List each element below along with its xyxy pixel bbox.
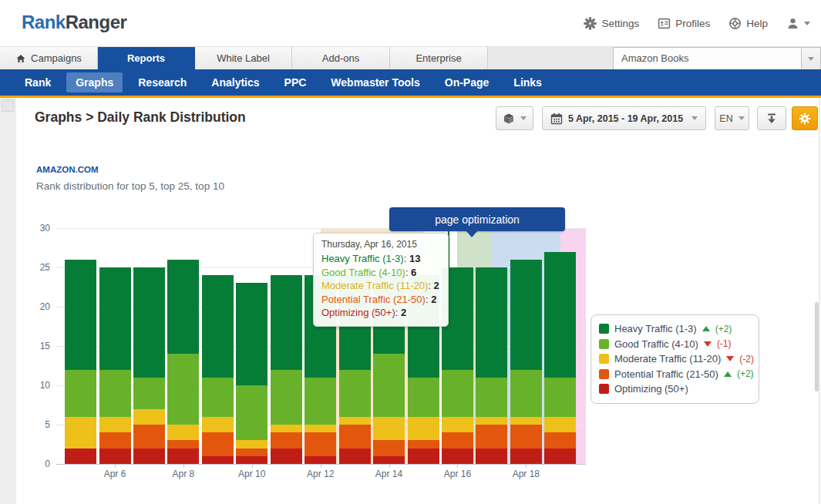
subnav-item-analytics[interactable]: Analytics [202, 72, 268, 92]
bar-apr-19-good[interactable] [544, 378, 576, 417]
annotation-callout[interactable]: page optimization [389, 207, 565, 231]
bar-apr-10-potential[interactable] [236, 449, 267, 456]
bar-apr-9-good[interactable] [202, 378, 234, 417]
bar-apr-12-optimizing[interactable] [305, 456, 336, 464]
subnav-item-graphs[interactable]: Graphs [66, 72, 123, 92]
bar-apr-19-heavy[interactable] [544, 252, 576, 378]
bar-apr-6-moderate[interactable] [99, 417, 131, 432]
subnav-item-ppc[interactable]: PPC [275, 72, 316, 92]
topmenu-profiles[interactable]: Profiles [658, 17, 710, 30]
subnav-item-on-page[interactable]: On-Page [436, 72, 499, 92]
bar-apr-10-heavy[interactable] [236, 283, 267, 385]
bar-apr-10-optimizing[interactable] [236, 456, 267, 464]
bar-apr-14-good[interactable] [373, 354, 405, 417]
tab-reports[interactable]: Reports [98, 47, 195, 70]
bar-apr-17-heavy[interactable] [476, 267, 507, 378]
bar-apr-15-moderate[interactable] [408, 417, 439, 441]
bar-apr-17-optimizing[interactable] [476, 449, 507, 464]
subnav-item-rank[interactable]: Rank [15, 72, 60, 92]
campaign-select[interactable]: Amazon Books [613, 47, 802, 70]
bar-apr-18-potential[interactable] [510, 425, 542, 449]
subnav-item-links[interactable]: Links [504, 72, 551, 92]
bar-apr-16-moderate[interactable] [442, 417, 473, 432]
bar-apr-16-optimizing[interactable] [442, 449, 473, 464]
bar-apr-11-potential[interactable] [271, 432, 302, 448]
bar-apr-6-potential[interactable] [99, 432, 131, 448]
tab-add-ons[interactable]: Add-ons [292, 47, 390, 70]
legend-item-optimizing[interactable]: Optimizing (50+) [599, 381, 751, 397]
gutter-toggle[interactable] [2, 99, 14, 112]
chart-settings-button[interactable] [792, 106, 818, 130]
bar-apr-8-optimizing[interactable] [167, 449, 199, 464]
legend-item-potential[interactable]: Potential Traffic (21-50)(+2) [599, 367, 751, 382]
bar-apr-17-good[interactable] [476, 378, 507, 417]
bar-apr-7-moderate[interactable] [133, 409, 165, 425]
bar-apr-5-optimizing[interactable] [65, 449, 96, 464]
bar-apr-16-good[interactable] [442, 370, 473, 417]
bar-apr-18-optimizing[interactable] [510, 449, 542, 464]
topmenu-help[interactable]: Help [728, 17, 768, 30]
bar-apr-18-heavy[interactable] [510, 260, 542, 370]
bar-apr-11-optimizing[interactable] [271, 449, 302, 464]
bar-apr-12-good[interactable] [305, 378, 336, 425]
bar-apr-13-moderate[interactable] [339, 417, 371, 425]
tab-enterprise[interactable]: Enterprise [390, 47, 488, 70]
bar-apr-5-moderate[interactable] [65, 417, 96, 449]
bar-apr-15-good[interactable] [408, 378, 439, 417]
tab-campaigns[interactable]: Campaigns [0, 47, 98, 70]
bar-apr-17-potential[interactable] [476, 425, 507, 449]
bar-apr-15-optimizing[interactable] [408, 449, 439, 464]
bar-apr-10-moderate[interactable] [236, 440, 267, 448]
bar-apr-5-heavy[interactable] [65, 260, 96, 370]
bar-apr-17-moderate[interactable] [476, 417, 507, 425]
tab-white-label[interactable]: White Label [195, 47, 292, 70]
bar-apr-9-optimizing[interactable] [202, 456, 234, 464]
bar-apr-16-potential[interactable] [442, 432, 473, 448]
scrollbar-thumb[interactable] [815, 302, 819, 391]
bar-apr-13-optimizing[interactable] [339, 449, 371, 464]
bar-apr-19-optimizing[interactable] [544, 449, 576, 464]
campaign-label[interactable]: AMAZON.COM [36, 165, 99, 174]
bar-apr-8-good[interactable] [167, 354, 199, 425]
bar-apr-7-optimizing[interactable] [133, 449, 165, 464]
bar-apr-6-heavy[interactable] [99, 267, 131, 370]
bar-apr-8-potential[interactable] [167, 440, 199, 448]
topmenu-settings[interactable]: Settings [584, 17, 639, 30]
bar-apr-7-potential[interactable] [133, 425, 165, 449]
download-button[interactable] [757, 106, 786, 130]
date-range-picker[interactable]: 5 Apr, 2015 - 19 Apr, 2015 [542, 106, 706, 130]
bar-apr-11-heavy[interactable] [271, 275, 302, 369]
bar-apr-11-good[interactable] [271, 370, 302, 425]
bar-apr-18-moderate[interactable] [510, 417, 542, 425]
bar-apr-7-good[interactable] [133, 378, 165, 409]
bar-apr-13-potential[interactable] [339, 425, 371, 449]
report-type-button[interactable] [496, 106, 533, 130]
bar-apr-14-optimizing[interactable] [373, 456, 405, 464]
legend-item-good[interactable]: Good Traffic (4-10)(-1) [599, 337, 751, 352]
bar-apr-5-good[interactable] [65, 370, 96, 417]
subnav-item-research[interactable]: Research [129, 72, 196, 92]
bar-apr-11-moderate[interactable] [271, 425, 302, 432]
topmenu-user[interactable] [786, 17, 810, 30]
bar-apr-8-moderate[interactable] [167, 425, 199, 440]
subnav-item-webmaster-tools[interactable]: Webmaster Tools [321, 72, 429, 92]
bar-apr-7-heavy[interactable] [133, 267, 165, 378]
bar-apr-13-good[interactable] [339, 370, 371, 417]
rankranger-logo[interactable]: RankRanger [22, 12, 126, 33]
bar-apr-15-potential[interactable] [408, 440, 439, 448]
campaign-select-arrow[interactable] [802, 47, 821, 70]
bar-apr-6-good[interactable] [99, 370, 131, 417]
bar-apr-9-moderate[interactable] [202, 417, 234, 432]
bar-apr-19-moderate[interactable] [544, 417, 576, 432]
bar-apr-8-heavy[interactable] [167, 260, 199, 354]
bar-apr-10-good[interactable] [236, 385, 267, 440]
legend-item-heavy[interactable]: Heavy Traffic (1-3)(+2) [599, 321, 751, 337]
bar-apr-14-moderate[interactable] [373, 417, 405, 441]
bar-apr-12-moderate[interactable] [305, 425, 336, 432]
language-selector[interactable]: EN [715, 106, 749, 130]
legend-item-moderate[interactable]: Moderate Traffic (11-20)(-2) [599, 351, 751, 367]
bar-apr-14-potential[interactable] [373, 440, 405, 455]
bar-apr-18-good[interactable] [510, 370, 542, 417]
bar-apr-12-potential[interactable] [305, 432, 336, 456]
bar-apr-6-optimizing[interactable] [99, 449, 131, 464]
